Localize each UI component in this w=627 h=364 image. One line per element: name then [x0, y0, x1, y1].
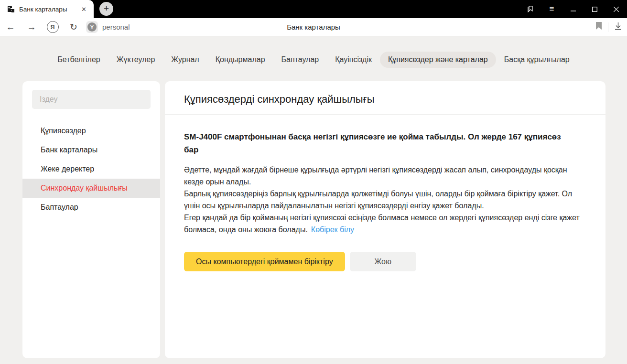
search-box[interactable] [32, 90, 151, 109]
nav-tab-bookmarks[interactable]: Бетбелгілер [49, 52, 108, 68]
toolbar-separator [608, 22, 608, 32]
menu-icon[interactable]: ≡ [541, 0, 562, 18]
browser-window: Банк карталары ✕ + ≡ ← [0, 0, 627, 364]
nav-tab-security[interactable]: Қауіпсіздік [327, 52, 380, 68]
nav-tab-passwords-cards[interactable]: Құпиясөздер және карталар [380, 52, 496, 68]
tab-title: Банк карталары [19, 6, 79, 13]
url-badge-text: personal [102, 23, 130, 31]
sidebar-item-bank-cards[interactable]: Банк карталары [22, 140, 160, 160]
learn-more-link[interactable]: Көбірек білу [311, 225, 354, 234]
address-bar[interactable]: Y personal [86, 21, 130, 33]
window-controls: ≡ [519, 0, 627, 18]
key-favicon-icon [6, 5, 15, 13]
conflict-alert-title: SM-J400F смартфонынан басқа негізгі құпи… [184, 130, 576, 156]
maximize-button[interactable] [584, 0, 605, 18]
bookmarks-panel-icon[interactable] [519, 0, 541, 18]
reload-button[interactable]: ↻ [63, 22, 84, 32]
sidebar-item-personal-data[interactable]: Жеке деректер [22, 160, 160, 179]
description-paragraph-2: Барлық құпиясөздеріңіз барлық құрылғылар… [184, 188, 584, 212]
sidebar-item-settings[interactable]: Баптаулар [22, 198, 160, 217]
nav-tab-downloads[interactable]: Жүктеулер [108, 52, 163, 68]
protect-badge: Y [86, 21, 98, 33]
page-title: Құпиясөздерді синхрондау қайшылығы [184, 93, 586, 106]
new-tab-button[interactable]: + [99, 2, 113, 16]
settings-nav: Бетбелгілер Жүктеулер Журнал Қондырмалар… [0, 52, 627, 68]
nav-tab-settings[interactable]: Баптаулар [273, 52, 327, 68]
main-content: SM-J400F смартфонынан басқа негізгі құпи… [165, 115, 605, 271]
close-window-button[interactable] [605, 0, 627, 18]
main-panel: Құпиясөздерді синхрондау қайшылығы SM-J4… [165, 81, 605, 358]
forward-button[interactable]: → [21, 22, 42, 32]
tab-strip: Банк карталары ✕ + ≡ [0, 0, 627, 18]
description-paragraph-1: Әдетте, мұндай жағдай бірнеше құрылғыда … [184, 164, 584, 188]
downloads-icon[interactable] [614, 22, 622, 32]
browser-tab[interactable]: Банк карталары ✕ [0, 0, 94, 18]
sidebar-list: Құпиясөздер Банк карталары Жеке деректер… [22, 121, 160, 217]
yandex-icon: Я [47, 21, 59, 33]
search-input[interactable] [40, 95, 143, 104]
protect-icon: Y [87, 22, 97, 32]
nav-tab-other-devices[interactable]: Басқа құрылғылар [496, 52, 578, 68]
action-buttons: Осы компьютердегі қоймамен біріктіру Жою [184, 252, 586, 271]
nav-tab-history[interactable]: Журнал [163, 52, 207, 68]
bookmark-flag-icon[interactable] [595, 22, 602, 32]
sidebar: Құпиясөздер Банк карталары Жеке деректер… [22, 81, 160, 358]
nav-tab-extensions[interactable]: Қондырмалар [207, 52, 273, 68]
tab-close-icon[interactable]: ✕ [79, 5, 89, 14]
back-button[interactable]: ← [0, 22, 21, 32]
browser-toolbar: ← → Я ↻ Y personal Банк карталары [0, 18, 627, 36]
delete-button[interactable]: Жою [350, 252, 416, 271]
main-header: Құпиясөздерді синхрондау қайшылығы [165, 81, 605, 115]
conflict-description: Әдетте, мұндай жағдай бірнеше құрылғыда … [184, 164, 584, 236]
minimize-button[interactable] [562, 0, 584, 18]
sidebar-item-passwords[interactable]: Құпиясөздер [22, 121, 160, 140]
yandex-home-button[interactable]: Я [42, 21, 63, 33]
description-paragraph-3: Егер қандай да бір қойманың негізгі құпи… [184, 212, 584, 236]
merge-storage-button[interactable]: Осы компьютердегі қоймамен біріктіру [184, 252, 345, 271]
sidebar-item-sync-conflict[interactable]: Синхрондау қайшылығы [22, 179, 160, 198]
